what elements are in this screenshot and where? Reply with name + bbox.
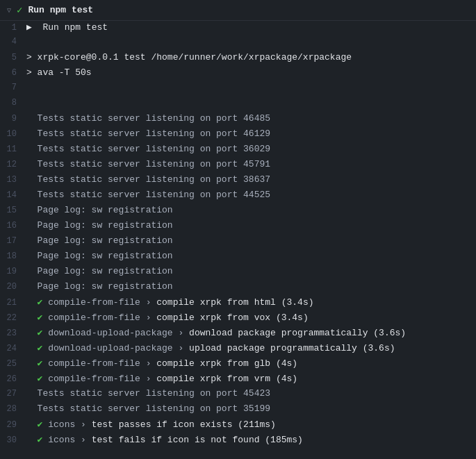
line-content: Page log: sw registration: [26, 220, 180, 231]
log-line: 5> xrpk-core@0.0.1 test /home/runner/wor…: [0, 51, 476, 67]
line-content: Tests static server listening on port 36…: [26, 144, 277, 154]
line-number: 29: [0, 420, 26, 430]
log-line: 13 Tests static server listening on port…: [0, 174, 476, 189]
line-content: Tests static server listening on port 45…: [26, 388, 277, 399]
terminal-header: ▽ ✓ Run npm test: [0, 0, 476, 21]
line-number: 30: [0, 435, 26, 445]
line-content: > ava -T 50s: [26, 67, 99, 78]
line-number: 10: [0, 129, 26, 139]
line-content: Tests static server listening on port 38…: [26, 174, 277, 185]
line-number: 19: [0, 267, 26, 276]
line-number: 13: [0, 175, 26, 185]
line-content: Tests static server listening on port 46…: [26, 113, 277, 124]
line-number: 24: [0, 344, 26, 353]
line-content: ▶ Run npm test: [26, 22, 115, 33]
log-line: 28 Tests static server listening on port…: [0, 403, 476, 418]
line-content: Page log: sw registration: [26, 281, 180, 292]
line-number: 17: [0, 236, 26, 246]
line-number: 6: [0, 68, 26, 78]
header-title: Run npm test: [28, 5, 93, 15]
line-content: ✔ compile-from-file › compile xrpk from …: [26, 297, 321, 308]
log-line: 15 Page log: sw registration: [0, 204, 476, 219]
line-content: ✔ download-upload-package › upload packa…: [26, 342, 402, 353]
terminal-window: ▽ ✓ Run npm test 1▶ Run npm test45> xrpk…: [0, 0, 476, 449]
log-line: 16 Page log: sw registration: [0, 219, 476, 235]
line-content: Tests static server listening on port 35…: [26, 403, 277, 414]
line-number: 15: [0, 206, 26, 215]
log-line: 21 ✔ compile-from-file › compile xrpk fr…: [0, 296, 476, 311]
line-content: ✔ compile-from-file › compile xrpk from …: [26, 373, 304, 384]
line-number: 12: [0, 160, 26, 169]
line-number: 18: [0, 251, 26, 261]
log-line: 7: [0, 82, 476, 97]
line-number: 1: [0, 23, 26, 33]
line-content: Page log: sw registration: [26, 235, 180, 246]
log-line: 29 ✔ icons › test passes if icon exists …: [0, 418, 476, 433]
line-content: Page log: sw registration: [26, 266, 180, 276]
log-line: 30 ✔ icons › test fails if icon is not f…: [0, 433, 476, 449]
line-number: 20: [0, 282, 26, 292]
line-number: 28: [0, 404, 26, 414]
log-line: 18 Page log: sw registration: [0, 250, 476, 265]
line-content: ✔ compile-from-file › compile xrpk from …: [26, 312, 315, 323]
line-content: Tests static server listening on port 45…: [26, 159, 277, 169]
log-line: 24 ✔ download-upload-package › upload pa…: [0, 342, 476, 357]
line-number: 16: [0, 221, 26, 231]
log-container: 1▶ Run npm test45> xrpk-core@0.0.1 test …: [0, 21, 476, 449]
line-content: ✔ download-upload-package › download pac…: [26, 327, 413, 338]
log-line: 17 Page log: sw registration: [0, 235, 476, 250]
line-content: ✔ icons › test fails if icon is not foun…: [26, 434, 310, 445]
line-content: Tests static server listening on port 44…: [26, 190, 277, 200]
line-number: 22: [0, 313, 26, 323]
line-content: ✔ icons › test passes if icon exists (21…: [26, 419, 283, 430]
log-line: 26 ✔ compile-from-file › compile xrpk fr…: [0, 372, 476, 387]
line-content: Tests static server listening on port 46…: [26, 128, 277, 139]
log-line: 25 ✔ compile-from-file › compile xrpk fr…: [0, 357, 476, 372]
log-line: 23 ✔ download-upload-package › download …: [0, 326, 476, 342]
line-number: 25: [0, 359, 26, 369]
log-line: 14 Tests static server listening on port…: [0, 189, 476, 204]
line-content: Page log: sw registration: [26, 205, 180, 215]
log-line: 19 Page log: sw registration: [0, 265, 476, 281]
line-number: 21: [0, 298, 26, 308]
line-number: 9: [0, 114, 26, 124]
check-icon: ✓: [17, 4, 22, 16]
log-line: 6> ava -T 50s: [0, 67, 476, 82]
line-number: 4: [0, 37, 26, 47]
line-number: 27: [0, 389, 26, 399]
chevron-icon: ▽: [7, 6, 11, 15]
log-line: 8: [0, 97, 476, 112]
log-line: 4: [0, 36, 476, 51]
line-content: Page log: sw registration: [26, 251, 180, 261]
line-number: 7: [0, 83, 26, 92]
line-number: 11: [0, 144, 26, 154]
log-line: 11 Tests static server listening on port…: [0, 143, 476, 158]
log-line: 27 Tests static server listening on port…: [0, 387, 476, 403]
line-number: 26: [0, 374, 26, 384]
log-line: 20 Page log: sw registration: [0, 281, 476, 296]
line-content: > xrpk-core@0.0.1 test /home/runner/work…: [26, 52, 359, 62]
line-number: 5: [0, 53, 26, 62]
log-line: 9 Tests static server listening on port …: [0, 112, 476, 128]
log-line: 22 ✔ compile-from-file › compile xrpk fr…: [0, 311, 476, 326]
log-line: 10 Tests static server listening on port…: [0, 128, 476, 143]
log-line: 12 Tests static server listening on port…: [0, 158, 476, 174]
line-number: 14: [0, 190, 26, 200]
log-line: 1▶ Run npm test: [0, 21, 476, 36]
line-number: 23: [0, 328, 26, 338]
line-number: 8: [0, 98, 26, 108]
line-content: ✔ compile-from-file › compile xrpk from …: [26, 358, 304, 369]
